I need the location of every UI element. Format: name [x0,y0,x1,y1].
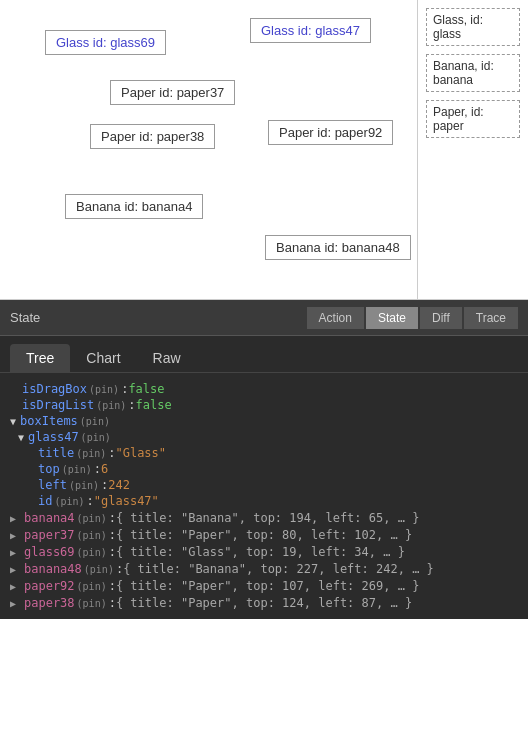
tree-line[interactable]: ▼glass47 (pin) [10,429,518,445]
sub-tab-tree[interactable]: Tree [10,344,70,372]
tree-collapsed-row[interactable]: ▶paper38 (pin): { title: "Paper", top: 1… [10,594,518,611]
tree-summary: { title: "Banana", top: 194, left: 65, …… [116,511,419,525]
pin-label: (pin) [69,480,99,491]
sub-tab-chart[interactable]: Chart [70,344,136,372]
sidebar-drag-item[interactable]: Glass, id: glass [426,8,520,46]
tree-summary: { title: "Paper", top: 124, left: 87, … … [116,596,412,610]
tree-value: false [136,398,172,412]
tree-line: title (pin): "Glass" [10,445,518,461]
pin-label: (pin) [89,384,119,395]
pin-label: (pin) [77,547,107,558]
expand-arrow[interactable]: ▶ [10,581,20,592]
tree-value: 6 [101,462,108,476]
header-tab-trace[interactable]: Trace [464,307,518,329]
tree-collapsed-row[interactable]: ▶paper92 (pin): { title: "Paper", top: 1… [10,577,518,594]
pin-label: (pin) [54,496,84,507]
bottom-panel: State ActionStateDiffTrace TreeChartRaw … [0,300,528,619]
drag-item-glass47[interactable]: Glass id: glass47 [250,18,371,43]
tree-summary: { title: "Banana", top: 227, left: 242, … [123,562,434,576]
tree-summary: { title: "Glass", top: 19, left: 34, … } [116,545,405,559]
sidebar-drag-item[interactable]: Banana, id: banana [426,54,520,92]
tree-summary: { title: "Paper", top: 107, left: 269, …… [116,579,419,593]
expand-arrow[interactable]: ▼ [10,416,16,427]
pin-label: (pin) [77,530,107,541]
tree-key: title [38,446,74,460]
tree-key: boxItems [20,414,78,428]
pin-label: (pin) [96,400,126,411]
expand-arrow[interactable]: ▶ [10,530,20,541]
tree-key: isDragList [22,398,94,412]
tree-value: "Glass" [115,446,166,460]
header-tab-state[interactable]: State [366,307,418,329]
drag-item-paper92[interactable]: Paper id: paper92 [268,120,393,145]
pin-label: (pin) [81,432,111,443]
tree-key: banana48 [24,562,82,576]
expand-arrow[interactable]: ▶ [10,598,20,609]
tree-key: paper92 [24,579,75,593]
pin-label: (pin) [77,513,107,524]
tree-key: top [38,462,60,476]
expand-arrow[interactable]: ▶ [10,564,20,575]
header-tab-diff[interactable]: Diff [420,307,462,329]
tree-key: paper37 [24,528,75,542]
drag-item-glass69[interactable]: Glass id: glass69 [45,30,166,55]
drag-item-paper38[interactable]: Paper id: paper38 [90,124,215,149]
tree-line: isDragList (pin): false [10,397,518,413]
sidebar-drag-item[interactable]: Paper, id: paper [426,100,520,138]
expand-arrow[interactable]: ▶ [10,547,20,558]
tree-value: "glass47" [94,494,159,508]
panel-header: State ActionStateDiffTrace [0,300,528,336]
tree-line: top (pin): 6 [10,461,518,477]
tree-collapsed-row[interactable]: ▶glass69 (pin): { title: "Glass", top: 1… [10,543,518,560]
drag-item-banana4[interactable]: Banana id: banana4 [65,194,203,219]
tree-key: isDragBox [22,382,87,396]
header-tabs: ActionStateDiffTrace [307,307,518,329]
tree-value: false [128,382,164,396]
drag-item-banana48[interactable]: Banana id: banana48 [265,235,411,260]
pin-label: (pin) [84,564,114,575]
tree-line: id (pin): "glass47" [10,493,518,509]
pin-label: (pin) [62,464,92,475]
sub-tabs: TreeChartRaw [0,336,528,373]
pin-label: (pin) [77,598,107,609]
sub-tab-raw[interactable]: Raw [137,344,197,372]
pin-label: (pin) [76,448,106,459]
header-tab-action[interactable]: Action [307,307,364,329]
tree-line: left (pin): 242 [10,477,518,493]
canvas-area: Glass id: glass69Glass id: glass47Paper … [0,0,528,300]
tree-line: isDragBox (pin): false [10,381,518,397]
pin-label: (pin) [80,416,110,427]
tree-key: glass47 [28,430,79,444]
expand-arrow[interactable]: ▶ [10,513,20,524]
tree-content: isDragBox (pin): falseisDragList (pin): … [0,373,528,619]
tree-key: glass69 [24,545,75,559]
main-canvas[interactable]: Glass id: glass69Glass id: glass47Paper … [0,0,418,299]
tree-value: 242 [108,478,130,492]
sidebar-canvas: Glass, id: glassBanana, id: bananaPaper,… [418,0,528,299]
pin-label: (pin) [77,581,107,592]
tree-key: left [38,478,67,492]
tree-line[interactable]: ▼boxItems (pin) [10,413,518,429]
tree-collapsed-row[interactable]: ▶banana48 (pin): { title: "Banana", top:… [10,560,518,577]
tree-key: banana4 [24,511,75,525]
tree-collapsed-row[interactable]: ▶banana4 (pin): { title: "Banana", top: … [10,509,518,526]
expand-arrow[interactable]: ▼ [18,432,24,443]
tree-collapsed-row[interactable]: ▶paper37 (pin): { title: "Paper", top: 8… [10,526,518,543]
tree-key: paper38 [24,596,75,610]
tree-key: id [38,494,52,508]
drag-item-paper37[interactable]: Paper id: paper37 [110,80,235,105]
tree-summary: { title: "Paper", top: 80, left: 102, … … [116,528,412,542]
panel-title: State [10,310,307,325]
